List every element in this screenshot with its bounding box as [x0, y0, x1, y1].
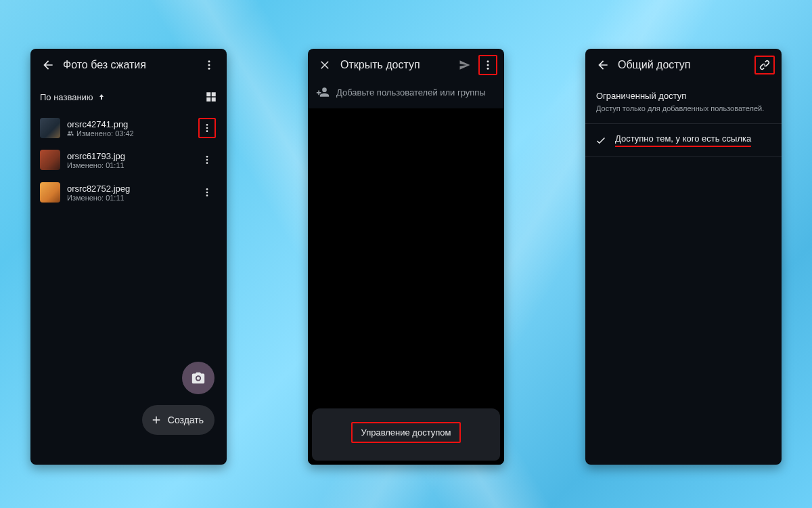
bottom-sheet: Управление доступом — [312, 408, 500, 461]
anyone-with-link-row[interactable]: Доступно тем, у кого есть ссылка — [585, 124, 782, 157]
svg-point-0 — [208, 60, 210, 62]
arrow-left-icon — [41, 58, 55, 72]
page-title: Фото без сжатия — [59, 59, 198, 71]
file-name: orsrc61793.jpg — [67, 151, 190, 161]
svg-rect-5 — [206, 98, 210, 102]
svg-point-17 — [487, 64, 489, 66]
svg-point-16 — [487, 60, 489, 62]
titlebar: Общий доступ — [585, 49, 782, 81]
send-button[interactable] — [454, 54, 476, 76]
add-people-placeholder: Добавьте пользователей или группы — [336, 87, 486, 98]
svg-point-1 — [208, 64, 210, 66]
svg-point-13 — [206, 188, 208, 190]
send-icon — [458, 58, 472, 72]
file-name: orsrc42741.png — [67, 119, 190, 129]
shared-icon — [67, 130, 74, 137]
file-more-button[interactable] — [198, 118, 216, 138]
phone-share-view: Открыть доступ Добавьте пользователей ил… — [308, 49, 504, 465]
file-meta: Изменено: 01:11 — [67, 161, 125, 169]
svg-point-2 — [208, 68, 210, 70]
sort-asc-icon — [97, 93, 106, 101]
back-button[interactable] — [37, 54, 59, 76]
file-name: orsrc82752.jpeg — [67, 184, 190, 194]
header-more-button[interactable] — [478, 55, 497, 75]
file-meta: Изменено: 03:42 — [76, 129, 134, 137]
file-thumbnail — [40, 182, 60, 203]
more-vert-icon — [203, 59, 215, 71]
restricted-title: Ограниченный доступ — [596, 91, 771, 101]
more-vert-icon — [202, 123, 212, 133]
sort-label: По названию — [40, 92, 93, 102]
add-people-row[interactable]: Добавьте пользователей или группы — [308, 81, 504, 108]
header-more-button[interactable] — [198, 54, 220, 76]
file-info: orsrc42741.png Изменено: 03:42 — [67, 119, 190, 137]
restricted-subtitle: Доступ только для добавленных пользовате… — [596, 104, 771, 114]
arrow-left-icon — [596, 58, 610, 72]
close-icon — [319, 59, 332, 71]
link-icon — [758, 58, 771, 72]
manage-access-label: Управление доступом — [361, 427, 451, 438]
svg-point-9 — [206, 130, 208, 132]
svg-point-12 — [206, 162, 208, 164]
svg-rect-3 — [206, 92, 210, 96]
phone-folder-view: Фото без сжатия По названию orsrc42741.p… — [30, 49, 227, 465]
svg-point-8 — [206, 127, 208, 129]
svg-rect-4 — [212, 92, 216, 96]
file-row[interactable]: orsrc82752.jpeg Изменено: 01:11 — [33, 176, 224, 209]
camera-icon — [191, 371, 206, 385]
person-add-icon — [316, 85, 330, 99]
more-vert-icon — [202, 187, 212, 198]
file-info: orsrc61793.jpg Изменено: 01:11 — [67, 151, 190, 169]
titlebar: Фото без сжатия — [30, 49, 227, 81]
file-list: orsrc42741.png Изменено: 03:42 orsrc6179… — [30, 110, 227, 211]
copy-link-button[interactable] — [754, 56, 775, 75]
more-vert-icon — [202, 154, 212, 165]
file-more-button[interactable] — [197, 182, 217, 203]
stage: Фото без сжатия По названию orsrc42741.p… — [0, 0, 812, 508]
file-meta: Изменено: 01:11 — [67, 194, 125, 202]
file-thumbnail — [40, 150, 60, 170]
plus-icon — [150, 414, 162, 426]
more-vert-icon — [482, 59, 494, 71]
create-label: Создать — [168, 415, 204, 425]
back-button[interactable] — [592, 54, 614, 76]
anyone-with-link-label: Доступно тем, у кого есть ссылка — [615, 133, 751, 147]
svg-rect-6 — [212, 98, 216, 102]
file-more-button[interactable] — [197, 149, 217, 171]
view-grid-button[interactable] — [205, 91, 217, 103]
svg-point-15 — [206, 194, 208, 196]
manage-access-button[interactable]: Управление доступом — [351, 422, 460, 443]
file-row[interactable]: orsrc42741.png Изменено: 03:42 — [33, 112, 224, 144]
svg-point-10 — [206, 156, 208, 158]
svg-point-14 — [206, 192, 208, 194]
phone-access-view: Общий доступ Ограниченный доступ Доступ … — [585, 49, 782, 465]
sort-row[interactable]: По названию — [30, 81, 227, 110]
restricted-section[interactable]: Ограниченный доступ Доступ только для до… — [585, 81, 782, 124]
camera-fab[interactable] — [182, 362, 215, 394]
close-button[interactable] — [315, 54, 336, 76]
svg-point-18 — [487, 68, 489, 70]
create-fab[interactable]: Создать — [142, 405, 215, 435]
page-title: Открыть доступ — [336, 59, 454, 71]
svg-point-11 — [206, 159, 208, 161]
page-title: Общий доступ — [614, 59, 754, 71]
file-info: orsrc82752.jpeg Изменено: 01:11 — [67, 184, 190, 202]
titlebar: Открыть доступ — [308, 49, 504, 81]
grid-icon — [205, 91, 217, 103]
check-icon — [595, 134, 607, 146]
file-thumbnail — [40, 118, 60, 138]
svg-point-7 — [206, 124, 208, 126]
file-row[interactable]: orsrc61793.jpg Изменено: 01:11 — [33, 144, 224, 176]
